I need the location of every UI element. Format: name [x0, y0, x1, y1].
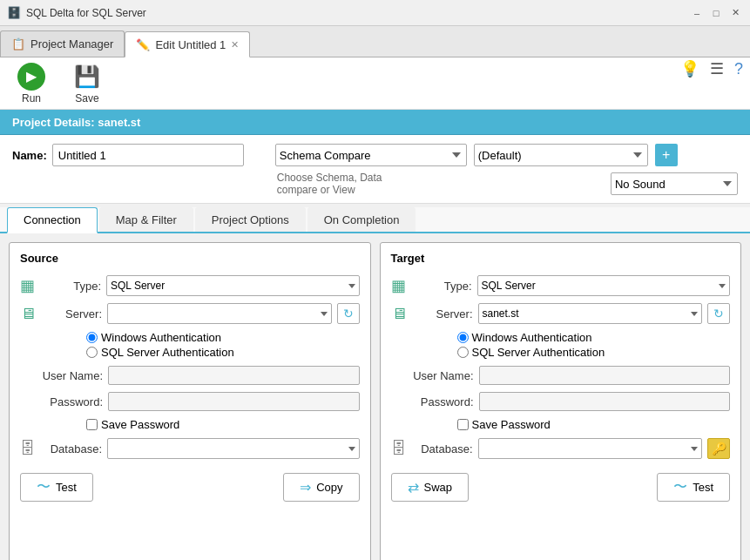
tab-project-options[interactable]: Project Options	[195, 207, 306, 232]
save-button[interactable]: 💾 Save	[66, 59, 108, 108]
target-server-row: 🖥 Server: sanet.st ↻	[391, 303, 731, 324]
copy-icon: ⇒	[300, 479, 311, 496]
run-icon: ▶	[17, 63, 45, 91]
default-select[interactable]: (Default)	[474, 144, 648, 166]
target-type-row: ▦ Type: SQL Server	[391, 275, 731, 296]
source-server-label: Server:	[41, 307, 102, 320]
menu-icon[interactable]: ☰	[710, 59, 724, 78]
target-test-label: Test	[693, 481, 713, 494]
target-db-refresh-button[interactable]: 🔑	[707, 438, 730, 459]
source-auth-group: Windows Authentication SQL Server Authen…	[20, 331, 360, 359]
source-password-input[interactable]	[108, 392, 360, 411]
project-details-bar: Project Details: sanet.st	[0, 110, 750, 135]
swap-icon: ⇄	[408, 479, 419, 496]
title-bar: 🗄️ SQL Delta for SQL Server – □ ✕	[0, 0, 750, 26]
target-type-icon: ▦	[391, 276, 406, 295]
target-database-select[interactable]	[478, 438, 703, 459]
source-windows-auth-label: Windows Authentication	[101, 331, 221, 344]
target-type-label: Type:	[411, 280, 472, 293]
tab-on-completion-label: On Completion	[324, 213, 400, 226]
target-test-button[interactable]: 〜 Test	[657, 473, 730, 502]
tab-project-manager[interactable]: 📋 Project Manager	[0, 30, 125, 57]
name-input[interactable]	[52, 144, 244, 166]
source-database-label: Database:	[41, 442, 102, 455]
source-password-row: Password:	[20, 392, 360, 411]
run-button[interactable]: ▶ Run	[10, 59, 52, 108]
target-windows-auth-row: Windows Authentication	[457, 331, 731, 344]
tab-edit-untitled[interactable]: ✏️ Edit Untitled 1 ✕	[125, 31, 250, 57]
tab-map-filter[interactable]: Map & Filter	[99, 207, 193, 232]
target-save-password-checkbox[interactable]	[457, 419, 469, 430]
source-test-button[interactable]: 〜 Test	[20, 473, 93, 502]
source-sql-auth-label: SQL Server Authentication	[101, 346, 234, 359]
target-password-input[interactable]	[479, 392, 731, 411]
target-save-password-row: Save Password	[391, 418, 731, 431]
save-icon: 💾	[73, 63, 101, 91]
swap-button[interactable]: ⇄ Swap	[391, 473, 470, 502]
target-sql-auth-radio[interactable]	[457, 347, 469, 358]
schema-hint: Choose Schema, Data compare or View	[275, 172, 410, 196]
source-username-input[interactable]	[108, 366, 360, 385]
tab-project-manager-label: Project Manager	[30, 37, 113, 51]
source-save-password-row: Save Password	[20, 418, 360, 431]
window-controls: – □ ✕	[689, 5, 743, 21]
target-panel: Target ▦ Type: SQL Server 🖥 Server: sane…	[380, 242, 742, 560]
source-username-label: User Name:	[20, 369, 103, 382]
tab-map-filter-label: Map & Filter	[116, 213, 177, 226]
source-refresh-button[interactable]: ↻	[337, 303, 360, 324]
target-title: Target	[391, 252, 731, 265]
minimize-button[interactable]: –	[689, 5, 705, 21]
target-type-select[interactable]: SQL Server	[477, 275, 731, 296]
schema-row: Schema Compare (Default) +	[275, 144, 738, 166]
toolbar: ▶ Run 💾 Save	[0, 57, 750, 110]
form-right: Schema Compare (Default) + Choose Schema…	[275, 144, 738, 196]
app-title: SQL Delta for SQL Server	[26, 7, 689, 19]
tab-on-completion[interactable]: On Completion	[307, 207, 416, 232]
add-button[interactable]: +	[655, 144, 678, 166]
project-details-label: Project Details: sanet.st	[12, 116, 140, 129]
target-database-row: 🗄 Database: 🔑	[391, 438, 731, 459]
target-username-row: User Name:	[391, 366, 731, 385]
tab-close-icon[interactable]: ✕	[231, 39, 239, 51]
source-test-icon: 〜	[37, 478, 51, 496]
source-save-password-label: Save Password	[101, 418, 179, 431]
source-windows-auth-radio[interactable]	[86, 332, 98, 343]
target-refresh-button[interactable]: ↻	[707, 303, 730, 324]
source-type-select[interactable]: SQL Server	[106, 275, 360, 296]
source-database-row: 🗄 Database:	[20, 438, 360, 459]
target-windows-auth-label: Windows Authentication	[472, 331, 592, 344]
target-password-label: Password:	[391, 395, 474, 408]
maximize-button[interactable]: □	[708, 5, 724, 21]
form-area: Name: Schema Compare (Default) + Choose …	[0, 135, 750, 204]
source-database-select[interactable]	[107, 438, 360, 459]
copy-label: Copy	[316, 481, 342, 494]
main-tab-bar: 📋 Project Manager ✏️ Edit Untitled 1 ✕ 💡…	[0, 26, 750, 57]
name-group: Name:	[12, 144, 244, 166]
source-save-password-checkbox[interactable]	[86, 419, 98, 430]
target-save-password-label: Save Password	[472, 418, 551, 431]
source-type-row: ▦ Type: SQL Server	[20, 275, 360, 296]
name-label: Name:	[12, 149, 47, 162]
tab-project-options-label: Project Options	[212, 213, 289, 226]
target-footer: ⇄ Swap 〜 Test	[391, 473, 731, 502]
sound-select[interactable]: No Sound	[611, 172, 738, 195]
tab-connection[interactable]: Connection	[7, 207, 98, 233]
schema-select[interactable]: Schema Compare	[275, 144, 467, 166]
target-server-select[interactable]: sanet.st	[478, 303, 703, 324]
source-server-select[interactable]	[107, 303, 332, 324]
source-username-row: User Name:	[20, 366, 360, 385]
copy-button[interactable]: ⇒ Copy	[283, 473, 359, 502]
source-sql-auth-radio[interactable]	[86, 347, 98, 358]
run-label: Run	[22, 92, 41, 105]
source-footer: 〜 Test ⇒ Copy	[20, 473, 360, 502]
target-sql-auth-row: SQL Server Authentication	[457, 346, 731, 359]
tab-edit-untitled-label: Edit Untitled 1	[155, 38, 226, 51]
source-title: Source	[20, 252, 360, 265]
close-button[interactable]: ✕	[727, 5, 743, 21]
target-username-input[interactable]	[479, 366, 731, 385]
source-type-icon: ▦	[20, 276, 35, 295]
target-windows-auth-radio[interactable]	[457, 332, 469, 343]
target-database-label: Database:	[412, 442, 473, 455]
help-icon[interactable]: ?	[734, 60, 743, 78]
lightbulb-icon[interactable]: 💡	[680, 59, 699, 78]
